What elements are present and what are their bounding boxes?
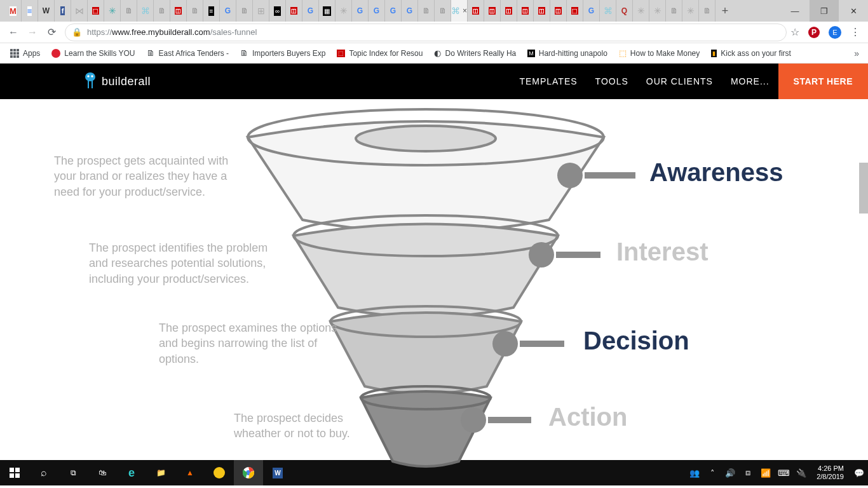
- tab-18[interactable]: ◫: [286, 0, 302, 22]
- nav-more[interactable]: MORE...: [722, 64, 778, 99]
- tab-40[interactable]: ✳: [649, 0, 666, 22]
- builderall-logo[interactable]: builderall: [83, 72, 151, 91]
- window-close-button[interactable]: ✕: [839, 0, 868, 22]
- tab-24[interactable]: G: [385, 0, 402, 22]
- tray-wifi-icon[interactable]: 📶: [757, 468, 775, 478]
- svg-point-6: [356, 126, 496, 151]
- tab-14[interactable]: G: [220, 0, 236, 22]
- tray-volume-icon[interactable]: 🔊: [721, 468, 739, 478]
- tab-17[interactable]: ∞: [269, 0, 286, 22]
- taskbar-edge[interactable]: e: [117, 460, 146, 485]
- tab-23[interactable]: G: [369, 0, 385, 22]
- taskbar-clock[interactable]: 4:26 PM 2/8/2019: [810, 464, 850, 481]
- tab-facebook[interactable]: f: [55, 0, 71, 22]
- tab-w[interactable]: W: [38, 0, 55, 22]
- action-center-icon[interactable]: 💬: [850, 468, 868, 478]
- window-minimize-button[interactable]: —: [780, 0, 810, 22]
- tab-15[interactable]: 🗎: [236, 0, 253, 22]
- tab-41[interactable]: 🗎: [666, 0, 682, 22]
- tab-36[interactable]: G: [583, 0, 600, 22]
- bookmark-1[interactable]: Learn the Skills YOU: [48, 49, 139, 58]
- tab-9[interactable]: ⌘: [137, 0, 154, 22]
- taskbar-vlc[interactable]: ▲: [175, 460, 205, 485]
- nav-tools[interactable]: TOOLS: [587, 64, 637, 99]
- search-button[interactable]: ⌕: [29, 460, 58, 485]
- apps-button[interactable]: Apps: [6, 49, 44, 58]
- tab-20[interactable]: ▦: [319, 0, 336, 22]
- bookmarks-overflow-icon[interactable]: »: [854, 48, 862, 58]
- task-view-button[interactable]: ⧉: [58, 460, 88, 485]
- tab-32[interactable]: ◫: [517, 0, 534, 22]
- bookmark-star-icon[interactable]: ☆: [790, 26, 799, 38]
- bookmark-7[interactable]: ⬚How to Make Money: [615, 48, 703, 58]
- nav-our-clients[interactable]: OUR CLIENTS: [637, 64, 722, 99]
- nav-templates[interactable]: TEMPLATES: [510, 64, 586, 99]
- bookmark-6[interactable]: MHard-hitting unapolo: [524, 49, 611, 58]
- tab-37[interactable]: ⌘: [600, 0, 616, 22]
- taskbar-store[interactable]: 🛍: [88, 460, 117, 485]
- tab-21[interactable]: ✳: [336, 0, 352, 22]
- tab-26[interactable]: 🗎: [418, 0, 435, 22]
- profile-avatar[interactable]: E: [829, 26, 841, 39]
- tab-39[interactable]: ✳: [633, 0, 649, 22]
- tab-27[interactable]: 🗎: [435, 0, 451, 22]
- bookmark-8[interactable]: ▮Kick ass on your first: [707, 49, 795, 58]
- tab-19[interactable]: G: [302, 0, 319, 22]
- tab-10[interactable]: 🗎: [154, 0, 170, 22]
- new-tab-button[interactable]: +: [715, 0, 735, 22]
- taskbar-explorer[interactable]: 📁: [146, 460, 175, 485]
- tab-5[interactable]: ⋈: [71, 0, 88, 22]
- bookmark-5[interactable]: ◐Do Writers Really Ha: [430, 48, 520, 58]
- logo-icon: [83, 72, 98, 91]
- tab-docs[interactable]: ≡: [22, 0, 38, 22]
- tray-keyboard-icon[interactable]: ⌨: [775, 468, 792, 478]
- svg-rect-1: [88, 81, 89, 88]
- tray-overflow-icon[interactable]: ˄: [703, 468, 721, 478]
- bookmark-2[interactable]: 🗎East Africa Tenders -: [143, 48, 233, 58]
- tab-6[interactable]: ⬚: [88, 0, 104, 22]
- start-button[interactable]: [0, 460, 29, 485]
- tab-gmail[interactable]: M: [5, 0, 22, 22]
- tab-16[interactable]: ⊞: [253, 0, 269, 22]
- scrollbar-thumb[interactable]: [859, 163, 868, 214]
- tab-13[interactable]: ≡: [203, 0, 220, 22]
- tab-38[interactable]: Q: [616, 0, 633, 22]
- clock-time: 4:26 PM: [817, 464, 844, 473]
- tab-43[interactable]: 🗎: [699, 0, 715, 22]
- tab-22[interactable]: G: [352, 0, 369, 22]
- browser-tab-strip: M ≡ W f ⋈ ⬚ ✳ 🗎 ⌘ 🗎 ◫ 🗎 ≡ G 🗎 ⊞ ∞ ◫ G ▦ …: [0, 0, 868, 22]
- decision-dot-icon: [492, 331, 518, 356]
- back-button[interactable]: ←: [4, 27, 23, 38]
- tab-31[interactable]: ◫: [501, 0, 517, 22]
- tray-dropbox-icon[interactable]: ⧈: [739, 468, 757, 478]
- bookmark-4[interactable]: ⬚Topic Index for Resou: [333, 49, 426, 58]
- tab-33[interactable]: ◫: [534, 0, 550, 22]
- forward-button[interactable]: →: [23, 27, 42, 38]
- svg-point-3: [87, 75, 89, 77]
- clock-date: 2/8/2019: [817, 473, 844, 481]
- nav-start-here-button[interactable]: START HERE: [778, 64, 868, 99]
- svg-rect-11: [15, 468, 20, 472]
- tab-34[interactable]: ◫: [550, 0, 567, 22]
- tray-people-icon[interactable]: 👥: [686, 468, 703, 478]
- tray-power-icon[interactable]: 🔌: [792, 468, 810, 478]
- pinterest-extension-icon[interactable]: P: [808, 27, 820, 38]
- tab-25[interactable]: G: [402, 0, 418, 22]
- tab-7[interactable]: ✳: [104, 0, 121, 22]
- address-bar[interactable]: 🔒 https://www.free.mybuilderall.com/sale…: [65, 24, 787, 41]
- taskbar-app-2[interactable]: [205, 460, 234, 485]
- svg-point-0: [85, 72, 95, 81]
- bookmark-3[interactable]: 🗎Importers Buyers Exp: [236, 48, 329, 58]
- tab-42[interactable]: ✳: [682, 0, 699, 22]
- tab-30[interactable]: ◫: [484, 0, 501, 22]
- reload-button[interactable]: ⟳: [42, 26, 61, 38]
- tab-35[interactable]: ⬚: [567, 0, 583, 22]
- tab-current[interactable]: ⌘×: [451, 0, 468, 22]
- tab-11[interactable]: ◫: [170, 0, 187, 22]
- tab-29[interactable]: ◫: [468, 0, 484, 22]
- chrome-menu-icon[interactable]: ⋮: [850, 26, 860, 38]
- window-restore-button[interactable]: ❐: [810, 0, 839, 22]
- tab-8[interactable]: 🗎: [121, 0, 137, 22]
- close-tab-icon[interactable]: ×: [463, 6, 467, 15]
- tab-12[interactable]: 🗎: [187, 0, 203, 22]
